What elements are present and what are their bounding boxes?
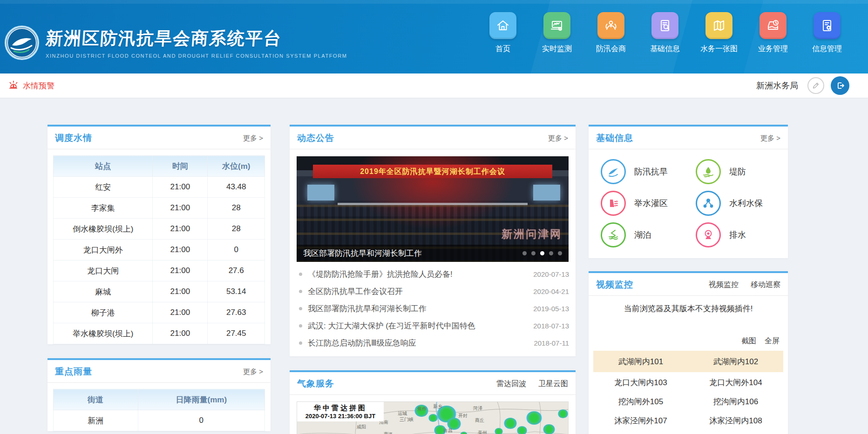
video-action[interactable]: 截图 bbox=[741, 336, 756, 346]
tray-clock-icon bbox=[760, 12, 787, 39]
nav-label: 业务管理 bbox=[753, 44, 793, 54]
camera-item[interactable]: 挖沟闸内106 bbox=[688, 393, 783, 410]
network-icon bbox=[696, 191, 721, 216]
news-title: 动态公告 bbox=[297, 132, 334, 144]
carousel-dot[interactable] bbox=[522, 251, 527, 255]
left-column: 调度水情 更多 > 站点时间水位(m)红安21:0043.48李家集21:002… bbox=[47, 125, 271, 434]
bullet-icon bbox=[299, 290, 302, 293]
news-item[interactable]: 我区部署防汛抗旱和河湖长制工作 2019-05-13 bbox=[296, 300, 569, 317]
table-cell: 麻城 bbox=[54, 281, 153, 302]
news-item[interactable]: 武汉: 大江大湖大保护 (在习近平新时代中国特色 2018-07-13 bbox=[296, 317, 569, 334]
nav-item-monitor[interactable]: 实时监测 bbox=[537, 12, 576, 73]
carousel-dot[interactable] bbox=[540, 251, 544, 255]
radar-map[interactable]: 华中雷达拼图 2020-07-13 21:36:00 BJT 焦作新乡菏泽运城三… bbox=[297, 401, 569, 434]
news-item-date: 2018-07-13 bbox=[533, 322, 569, 330]
basicinfo-item-drain[interactable]: 排水 bbox=[688, 219, 783, 251]
news-carousel[interactable]: 2019年全区防汛抗旱暨河湖长制工作会议 新洲问津网 我区部署防汛抗旱和河湖长制… bbox=[297, 156, 569, 262]
carousel-dots bbox=[522, 251, 562, 255]
table-cell: 红安 bbox=[54, 177, 153, 198]
agency-name: 新洲水务局 bbox=[756, 80, 798, 91]
news-list: 《堤防防汛抢险手册》抗洪抢险人员必备! 2020-07-13 全区防汛抗旱工作会… bbox=[290, 262, 576, 356]
water-alert-link[interactable]: 水情预警 bbox=[7, 79, 54, 93]
carousel-dot[interactable] bbox=[558, 251, 562, 255]
radar-echo bbox=[543, 424, 555, 434]
table-row: 麻城21:0053.14 bbox=[54, 281, 265, 302]
camera-item[interactable]: 沐家泾闸外107 bbox=[593, 412, 688, 429]
weather-tab[interactable]: 卫星云图 bbox=[538, 379, 568, 389]
carousel-photo-stage bbox=[338, 203, 528, 205]
camera-item[interactable]: 武湖闸内101 bbox=[593, 351, 688, 372]
dispatch-more-link[interactable]: 更多 > bbox=[243, 134, 263, 143]
table-cell: 27.6 bbox=[208, 260, 265, 281]
camera-item[interactable]: 沐家泾闸内108 bbox=[688, 412, 783, 429]
nav-label: 防汛会商 bbox=[591, 44, 631, 54]
video-tab[interactable]: 视频监控 bbox=[709, 280, 739, 290]
weather-tabs: 雷达回波卫星云图 bbox=[496, 379, 568, 389]
people-icon bbox=[597, 12, 624, 39]
carousel-photo-screen bbox=[307, 185, 334, 200]
doc-gear-icon bbox=[814, 12, 841, 39]
column-header: 街道 bbox=[54, 389, 138, 410]
news-item[interactable]: 全区防汛抗旱工作会议召开 2020-04-21 bbox=[296, 283, 569, 300]
news-more-link[interactable]: 更多 > bbox=[548, 134, 568, 143]
basicinfo-item-network[interactable]: 水利水保 bbox=[688, 187, 783, 219]
video-panel: 视频监控 视频监控移动巡察 当前浏览器及其版本不支持视频插件! 截图全屏 武湖闸… bbox=[589, 271, 788, 434]
table-row: 李家集21:0028 bbox=[54, 198, 265, 219]
basicinfo-more-link[interactable]: 更多 > bbox=[760, 134, 780, 143]
video-tab[interactable]: 移动巡察 bbox=[751, 280, 780, 290]
nav-item-map[interactable]: 水务一张图 bbox=[699, 12, 739, 73]
camera-row: 沐家泾闸外107沐家泾闸内108 bbox=[593, 412, 783, 429]
news-item[interactable]: 《堤防防汛抢险手册》抗洪抢险人员必备! 2020-07-13 bbox=[296, 266, 569, 283]
table-row: 柳子港21:0027.63 bbox=[54, 302, 265, 323]
main-content: 调度水情 更多 > 站点时间水位(m)红安21:0043.48李家集21:002… bbox=[0, 98, 868, 434]
column-header: 日降雨量(mm) bbox=[138, 389, 264, 410]
radar-echo bbox=[428, 414, 438, 422]
basicinfo-item-flood[interactable]: 防汛抗旱 bbox=[593, 156, 688, 187]
news-item-title: 长江防总启动防汛Ⅲ级应急响应 bbox=[308, 338, 529, 348]
camera-item[interactable]: 武湖闸内102 bbox=[688, 351, 783, 372]
table-cell: 21:00 bbox=[153, 177, 208, 198]
carousel-dot[interactable] bbox=[531, 251, 536, 255]
table-row: 倒水橡胶坝(坝上)21:0028 bbox=[54, 219, 265, 240]
edit-button[interactable] bbox=[807, 77, 824, 94]
nav-item-tray-clock[interactable]: 业务管理 bbox=[753, 12, 793, 73]
basicinfo-label: 排水 bbox=[729, 229, 746, 240]
table-cell: 43.48 bbox=[208, 177, 265, 198]
logout-button[interactable] bbox=[831, 76, 849, 95]
carousel-watermark: 新洲问津网 bbox=[502, 227, 562, 241]
news-item-date: 2020-07-13 bbox=[533, 270, 569, 278]
camera-item[interactable]: 挖沟闸外105 bbox=[593, 393, 688, 410]
radar-echo bbox=[558, 409, 568, 418]
table-cell: 0 bbox=[208, 240, 265, 260]
basicinfo-label: 水利水保 bbox=[729, 198, 763, 209]
nav-item-doc-search[interactable]: 基础信息 bbox=[645, 12, 685, 73]
water-alert-label: 水情预警 bbox=[23, 80, 54, 91]
carousel-dot[interactable] bbox=[549, 251, 553, 255]
table-cell: 柳子港 bbox=[54, 302, 153, 323]
dispatch-table: 站点时间水位(m)红安21:0043.48李家集21:0028倒水橡胶坝(坝上)… bbox=[53, 155, 265, 344]
weather-tab[interactable]: 雷达回波 bbox=[496, 379, 526, 389]
nav-item-home[interactable]: 首页 bbox=[483, 12, 522, 73]
news-item-title: 我区部署防汛抗旱和河湖长制工作 bbox=[308, 303, 529, 314]
nav-label: 水务一张图 bbox=[699, 44, 739, 54]
basicinfo-title: 基础信息 bbox=[596, 132, 633, 144]
user-area: 新洲水务局 bbox=[756, 76, 849, 95]
camera-item[interactable]: 龙口大闸内103 bbox=[593, 374, 688, 391]
table-row: 举水橡胶坝(坝上)21:0027.45 bbox=[54, 323, 265, 344]
column-header: 时间 bbox=[153, 156, 208, 177]
basicinfo-item-irrigation[interactable]: 举水灌区 bbox=[593, 187, 688, 219]
camera-row: 武湖闸内101武湖闸内102 bbox=[593, 351, 783, 372]
table-cell: 21:00 bbox=[153, 323, 208, 344]
drain-icon bbox=[696, 222, 721, 247]
basicinfo-label: 堤防 bbox=[729, 166, 746, 177]
nav-item-people[interactable]: 防汛会商 bbox=[591, 12, 631, 73]
news-item[interactable]: 长江防总启动防汛Ⅲ级应急响应 2018-07-11 bbox=[296, 334, 569, 352]
nav-item-doc-gear[interactable]: 信息管理 bbox=[807, 12, 847, 73]
basicinfo-item-lake[interactable]: 湖泊 bbox=[593, 219, 688, 251]
map-place-label: 商丘 bbox=[475, 417, 484, 424]
camera-row: 龙口大闸内103龙口大闸外104 bbox=[593, 374, 783, 391]
camera-item[interactable]: 龙口大闸外104 bbox=[688, 374, 783, 391]
basicinfo-item-dike[interactable]: 堤防 bbox=[688, 156, 783, 187]
rainfall-more-link[interactable]: 更多 > bbox=[243, 367, 263, 376]
video-action[interactable]: 全屏 bbox=[765, 336, 780, 346]
